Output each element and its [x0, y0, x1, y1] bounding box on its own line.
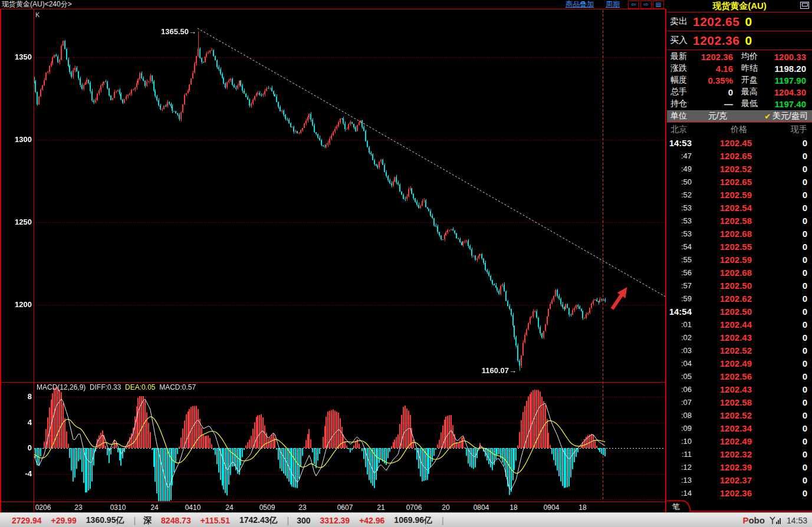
- tick-row: 14:531202.450: [667, 136, 812, 149]
- tick-volume: 0: [752, 475, 807, 485]
- period-link[interactable]: 周期: [606, 0, 620, 9]
- stat-label: 开盘: [741, 75, 768, 85]
- stat-value: 0: [696, 87, 733, 97]
- index-value: +29.99: [51, 516, 77, 525]
- tick-row: :531202.680: [667, 227, 812, 240]
- tick-price: 1202.68: [692, 268, 752, 278]
- scroll-right-icon[interactable]: ⇨: [640, 1, 652, 9]
- stat-label: 昨结: [741, 63, 768, 74]
- tick-price: 1202.56: [692, 371, 752, 381]
- tick-price: 1202.50: [692, 307, 752, 317]
- tick-time: :02: [667, 333, 692, 342]
- titlebar-links: 商品叠加 周期: [566, 0, 620, 9]
- check-icon: ✔: [764, 112, 771, 121]
- tick-row: :131202.370: [667, 473, 812, 486]
- tick-row: :061202.430: [667, 383, 812, 396]
- tab-border-shape: [667, 500, 812, 512]
- tick-time: :53: [667, 216, 692, 225]
- scroll-left-icon[interactable]: ⇦: [628, 1, 639, 9]
- macd-indicator-header: MACD(12,26,9) DIFF:0.33 DEA:0.05 MACD:0.…: [37, 383, 196, 391]
- tick-time: :56: [667, 268, 692, 277]
- stat-label: 总手: [670, 87, 696, 97]
- tick-row: :141202.360: [667, 486, 812, 499]
- tab-tick-by-tick[interactable]: 笔: [672, 502, 680, 512]
- date-tick-label: 20: [433, 503, 459, 512]
- unit-cny-option[interactable]: 元/克: [708, 111, 727, 121]
- tick-time: :04: [667, 359, 692, 368]
- kline-pane-label: K: [35, 11, 40, 18]
- index-value: 深: [143, 515, 152, 526]
- unit-usd-option[interactable]: 美元/盎司: [772, 111, 808, 121]
- tick-volume: 0: [752, 332, 807, 342]
- tick-price: 1202.44: [692, 320, 752, 330]
- tick-volume: 0: [752, 449, 807, 459]
- tick-price: 1202.50: [692, 281, 752, 291]
- tick-row: :531202.580: [667, 214, 812, 227]
- tick-row: :591202.620: [667, 292, 812, 305]
- macd-dea-label: DEA:0.05: [125, 383, 155, 391]
- tick-volume: 0: [752, 294, 807, 304]
- macd-tick-label: 0: [1, 443, 32, 452]
- index-value: +115.51: [200, 516, 230, 525]
- date-tick-label: 18: [501, 503, 527, 512]
- date-tick-label: 24: [142, 503, 167, 512]
- tick-row: :541202.550: [667, 240, 812, 253]
- low-price-annotation: 1160.07→: [458, 366, 517, 375]
- stat-label: 持仓: [670, 98, 696, 109]
- tick-volume: 0: [752, 436, 807, 446]
- tick-price: 1202.34: [692, 423, 752, 433]
- tick-row: :521202.590: [667, 188, 812, 201]
- arrow-right-icon: →: [189, 27, 196, 36]
- tick-volume: 0: [752, 423, 807, 433]
- chart-title: 现货黄金(AU)<240分>: [2, 0, 72, 9]
- tick-price: 1202.58: [692, 216, 752, 226]
- split-view-icon[interactable]: ▤: [653, 1, 664, 9]
- tick-list: 14:531202.450:471202.650:491202.520:5012…: [667, 136, 812, 499]
- candlestick-chart-canvas[interactable]: [0, 9, 666, 502]
- sell-label: 卖出: [670, 16, 688, 27]
- tick-volume: 0: [752, 462, 807, 472]
- macd-tick-label: 4: [1, 418, 32, 427]
- buy-volume: 0: [745, 34, 752, 48]
- tick-volume: 0: [752, 242, 807, 252]
- macd-value-label: MACD:0.57: [159, 383, 196, 391]
- index-value: +42.96: [359, 516, 384, 525]
- clock-time: 14:53: [787, 516, 807, 525]
- tick-row: :121202.390: [667, 460, 812, 473]
- overlay-link[interactable]: 商品叠加: [566, 0, 594, 9]
- quote-stats-grid: 最新1202.36均价1200.33涨跌4.16昨结1198.20幅度0.35%…: [667, 50, 812, 111]
- tick-price: 1202.68: [692, 229, 752, 239]
- quote-stat-row: 幅度0.35%开盘1197.90: [667, 74, 812, 86]
- unit-selector-row: 单位 元/克 ✔ 美元/盎司: [667, 110, 812, 123]
- tick-volume: 0: [752, 307, 807, 317]
- stat-value: 1197.40: [768, 99, 806, 109]
- tick-price: 1202.39: [692, 462, 752, 472]
- tick-time: :13: [667, 476, 692, 485]
- tick-price: 1202.62: [692, 294, 752, 304]
- tick-time: :06: [667, 385, 692, 394]
- tick-row: :571202.500: [667, 279, 812, 292]
- trading-app-window: 现货黄金(AU)<240分> 商品叠加 周期 ⇦ ⇨ ▤ K MACD(12,2…: [0, 0, 812, 527]
- quote-panel-header: 现货黄金(AU): [667, 0, 812, 12]
- tick-volume: 0: [752, 281, 807, 291]
- stat-label: 最新: [670, 51, 696, 62]
- tick-time: :03: [667, 346, 692, 355]
- titlebar-nav-icons: ⇦ ⇨ ▤: [628, 1, 664, 9]
- stat-value: 1198.20: [768, 64, 806, 74]
- date-tick-label: 0310: [105, 503, 131, 512]
- tick-price: 1202.59: [692, 190, 752, 200]
- tick-price: 1202.65: [692, 177, 752, 187]
- maximize-icon[interactable]: [800, 2, 809, 9]
- tick-row: :041202.490: [667, 357, 812, 370]
- tick-price: 1202.54: [692, 203, 752, 213]
- tick-volume: 0: [752, 164, 807, 174]
- date-tick-label: 0509: [254, 503, 280, 512]
- status-separator: |: [442, 516, 444, 525]
- tick-volume: 0: [752, 203, 807, 213]
- status-separator: |: [287, 516, 290, 525]
- tick-row: :561202.680: [667, 266, 812, 279]
- chart-titlebar: 现货黄金(AU)<240分> 商品叠加 周期 ⇦ ⇨ ▤: [0, 0, 666, 9]
- tick-price: 1202.43: [692, 384, 752, 394]
- macd-params-label: MACD(12,26,9): [37, 383, 86, 391]
- tick-price: 1202.36: [692, 488, 752, 498]
